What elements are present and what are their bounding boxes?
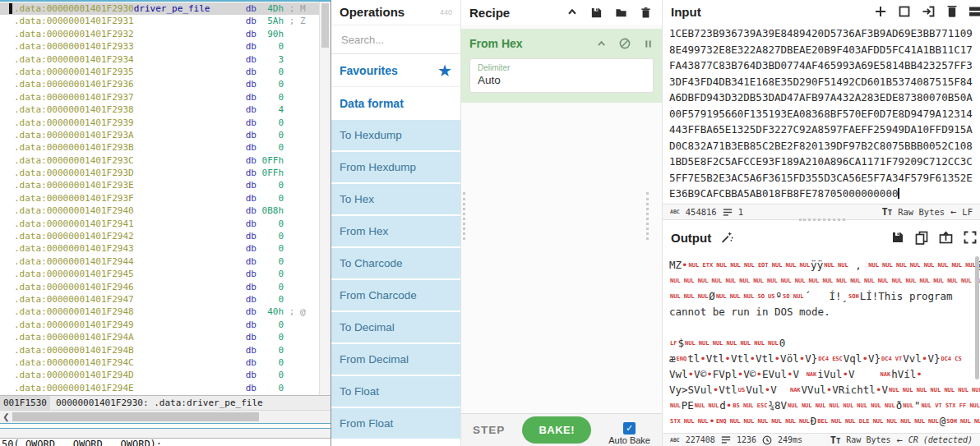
text-encoding-icon[interactable]: TT	[882, 206, 893, 218]
address-label: .data:00000001401F293C	[14, 155, 134, 166]
input-char-count: 454816	[686, 207, 717, 217]
save-output-icon[interactable]	[891, 231, 904, 244]
output-scrollbar-thumb[interactable]	[975, 256, 979, 379]
auto-bake-checkbox[interactable]: ✓	[623, 422, 636, 435]
expand-output-icon[interactable]	[964, 231, 977, 244]
operation-item[interactable]: To Float	[331, 376, 460, 408]
disassembly-line[interactable]: .data:00000001401F2936db 0	[0, 78, 320, 90]
disassembly-line[interactable]: .data:00000001401F294Adb 0	[0, 331, 320, 343]
column-drag-handle[interactable]	[646, 192, 649, 240]
disassembly-line[interactable]: .data:00000001401F294Cdb 0	[0, 356, 320, 369]
disassembly-line[interactable]: .data:00000001401F2944db 0	[0, 255, 320, 268]
input-eol[interactable]: LF	[962, 207, 973, 217]
step-button[interactable]: STEP	[473, 424, 505, 436]
disassembly-line[interactable]: .data:00000001401F2937db 0	[0, 91, 320, 103]
clear-input-trash-icon[interactable]	[946, 5, 958, 18]
input-encoding[interactable]: Raw Bytes	[898, 207, 945, 217]
operation-item[interactable]: From Float	[331, 408, 460, 440]
control-char-dot: •	[706, 368, 713, 380]
chevron-up-icon[interactable]	[566, 7, 578, 18]
scrollbar-thumb[interactable]	[321, 3, 329, 48]
input-textarea[interactable]: 1CEB723B936739A39E8489420D5736AF3B9AD69E…	[663, 23, 980, 204]
disassembly-line[interactable]: .data:00000001401F2946db 0	[0, 281, 320, 293]
disassembly-line[interactable]: .data:00000001401F293Cdb 0FFh	[0, 154, 320, 167]
disassembly-line[interactable]: .data:00000001401F293Adb 0	[0, 129, 320, 141]
eol-arrow-icon[interactable]: ←	[896, 435, 902, 446]
text-encoding-icon[interactable]: TT	[830, 435, 841, 446]
byte-keyword: db	[246, 243, 257, 254]
operation-item[interactable]: To Decimal	[331, 312, 460, 344]
breakpoint-pause-icon[interactable]	[643, 39, 654, 49]
byte-keyword: db	[246, 79, 257, 90]
disassembly-line[interactable]: .data:00000001401F293Edb 0	[0, 179, 320, 191]
ida-horizontal-scrollbar[interactable]: ❮	[0, 410, 331, 423]
operation-item[interactable]: From Hexdump	[331, 152, 460, 184]
column-drag-handle[interactable]	[463, 192, 465, 240]
clear-recipe-trash-icon[interactable]	[640, 7, 652, 19]
disassembly-line[interactable]: .data:00000001401F2947db 0	[0, 293, 320, 306]
disassembly-line[interactable]: .data:00000001401F293Fdb 0	[0, 192, 320, 205]
disassembly-line[interactable]: .data:00000001401F2932db 90h	[0, 28, 320, 40]
auto-bake-control[interactable]: ✓ Auto Bake	[608, 422, 650, 445]
open-file-icon[interactable]	[922, 5, 936, 18]
disable-operation-icon[interactable]	[618, 37, 631, 50]
copy-output-icon[interactable]	[915, 231, 928, 245]
operation-item[interactable]: To Hex	[331, 184, 460, 216]
disassembly-line[interactable]: .data:00000001401F294Edb 0	[0, 382, 320, 394]
operation-item[interactable]: From Charcode	[331, 280, 460, 312]
operation-item[interactable]: To Charcode	[331, 248, 460, 280]
disassembly-line[interactable]: .data:00000001401F2948db 40h ; @	[0, 306, 320, 318]
maximize-pane-icon[interactable]	[898, 5, 911, 18]
scroll-left-arrow-icon[interactable]: ❮	[0, 412, 12, 422]
output-text-run: Vtl	[719, 384, 737, 396]
disassembly-line[interactable]: .data:00000001401F2941db 0	[0, 218, 320, 230]
disassembly-line[interactable]: .data:00000001401F2934db 3	[0, 53, 320, 66]
save-recipe-icon[interactable]	[590, 7, 603, 19]
star-icon[interactable]: ★	[437, 62, 452, 79]
bake-button[interactable]: BAKE!	[522, 416, 591, 444]
disassembly-line[interactable]: .data:00000001401F2943db 0	[0, 242, 320, 255]
disassembly-line[interactable]: .data:00000001401F2942db 0	[0, 230, 320, 242]
recipe-operation-from-hex[interactable]: From Hex Delimiter Auto	[461, 29, 662, 103]
recipe-drop-area[interactable]	[461, 103, 662, 413]
disassembly-line[interactable]: .data:00000001401F2939db 0	[0, 117, 320, 129]
operation-item[interactable]: To Hexdump	[331, 120, 460, 152]
load-recipe-folder-icon[interactable]	[615, 7, 627, 19]
eol-arrow-icon[interactable]: ←	[950, 206, 956, 218]
operation-item[interactable]: From Hex	[331, 216, 460, 248]
disassembly-line[interactable]: .data:00000001401F2933db 0	[0, 40, 320, 53]
disassembly-line[interactable]: .data:00000001401F2931db 5Ah ; Z	[0, 15, 320, 27]
add-input-tab-icon[interactable]	[874, 5, 887, 18]
input-line: 3DF43FD4DB341E168E35D290F51492CD601B5374…	[669, 74, 980, 90]
reset-layout-icon[interactable]	[968, 5, 980, 18]
favourites-category[interactable]: Favourites ★	[331, 54, 460, 87]
magic-wand-icon[interactable]	[719, 230, 735, 245]
output-eol[interactable]: CR (detected)	[908, 435, 973, 444]
disassembly-line[interactable]: .data:00000001401F2938db 4	[0, 103, 320, 116]
disassembly-line[interactable]: .data:00000001401F294Bdb 0	[0, 344, 320, 356]
disassembly-line[interactable]: .data:00000001401F2945db 0	[0, 268, 320, 280]
category-data-format[interactable]: Data format	[331, 87, 460, 120]
delimiter-dropdown[interactable]: Delimiter Auto	[469, 58, 654, 93]
disassembly-line[interactable]: .data:00000001401F2940db 0B8h	[0, 205, 320, 217]
control-char-dot: •	[862, 352, 868, 365]
disassembly-line[interactable]: .data:00000001401F2930driver_pe_filedb 4…	[0, 2, 320, 15]
disassembly-line[interactable]: .data:00000001401F293Ddb 0FFh	[0, 167, 320, 179]
disassembly-line[interactable]: .data:00000001401F294Ddb 0	[0, 369, 320, 381]
byte-keyword: db	[246, 130, 257, 140]
operation-item[interactable]: From Decimal	[331, 344, 460, 376]
disassembly-line[interactable]: .data:00000001401F293Bdb 0	[0, 141, 320, 154]
output-area[interactable]: MZ•NUL ETX NUL NUL NUL EOT NUL NUL NULÿÿ…	[663, 251, 980, 433]
disassembly-line[interactable]: .data:00000001401F2935db 0	[0, 66, 320, 78]
ida-disassembly-window: .data:00000001401F2930driver_pe_filedb 4…	[0, 0, 331, 446]
scrollbar-thumb[interactable]	[12, 412, 259, 421]
io-split-drag-handle[interactable]	[799, 218, 845, 221]
search-input[interactable]	[340, 33, 452, 47]
output-encoding[interactable]: Raw Bytes	[846, 435, 890, 444]
ida-listing-area[interactable]: .data:00000001401F2930driver_pe_filedb 4…	[0, 2, 331, 395]
pane-splitter[interactable]	[0, 423, 331, 429]
replace-input-with-output-icon[interactable]	[939, 231, 953, 244]
chevron-up-icon[interactable]	[596, 39, 607, 49]
ida-vertical-scrollbar[interactable]	[319, 2, 331, 395]
disassembly-line[interactable]: .data:00000001401F2949db 0	[0, 319, 320, 331]
